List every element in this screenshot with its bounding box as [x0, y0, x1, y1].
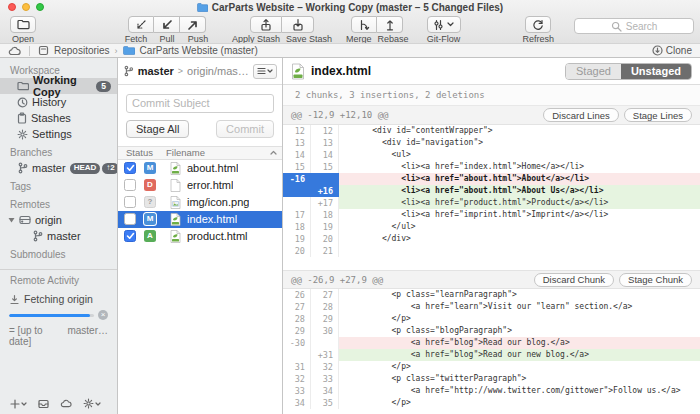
diff-line[interactable]: 1819 </ul> [283, 221, 700, 233]
html-file-icon [291, 63, 305, 80]
sidebar-item-stashes[interactable]: Stashes [0, 110, 117, 126]
cancel-fetch-button[interactable]: × [98, 310, 108, 320]
diff-line-code: <li><a href="index.html">Home</a></li> [339, 161, 700, 173]
stage-all-button[interactable]: Stage All [126, 120, 189, 138]
cloud-services-button[interactable] [60, 399, 72, 408]
file-row-index-html[interactable]: Mindex.html [118, 211, 282, 228]
old-line-number [283, 197, 311, 209]
diff-line[interactable]: 3132 </p> [283, 361, 700, 373]
new-line-number: 34 [311, 385, 339, 397]
old-line-number: 19 [283, 233, 311, 245]
save-stash-button[interactable] [282, 16, 314, 33]
clone-button[interactable]: Clone [652, 45, 692, 56]
chevron-down-icon [447, 22, 454, 27]
breadcrumb-repo[interactable]: CarParts Website (master) [140, 45, 258, 56]
upstream-branch[interactable]: origin/master [187, 65, 249, 77]
staged-segment[interactable]: Staged [566, 64, 621, 79]
merge-button[interactable] [351, 16, 377, 33]
fetch-progress-bar [9, 314, 94, 317]
file-row-img-icon-png[interactable]: ?img/icon.png [118, 194, 282, 211]
search-input[interactable]: Search [574, 18, 694, 34]
activity-label: Fetching origin [24, 293, 93, 305]
diff-line[interactable]: 2021 [283, 245, 700, 257]
submodules-header[interactable]: Submodules [0, 244, 117, 262]
zoom-window-button[interactable] [36, 3, 44, 11]
stage-checkbox[interactable] [124, 179, 136, 191]
stage-chunk-button[interactable]: Stage Chunk [619, 273, 692, 287]
rebase-button[interactable] [377, 16, 403, 33]
refresh-button[interactable] [525, 16, 551, 33]
new-line-number: 27 [311, 289, 339, 301]
add-button[interactable] [10, 399, 27, 409]
commit-subject-input[interactable] [126, 94, 274, 113]
sidebar-item-working-copy[interactable]: Working Copy5 [0, 78, 117, 94]
diff-line[interactable]: 2728 <a href="learn">Visit our "learn" s… [283, 301, 700, 313]
disclosure-triangle-icon[interactable] [8, 217, 15, 223]
diff-line-code: <div id="navigation"> [339, 137, 700, 149]
stage-checkbox[interactable] [124, 213, 136, 225]
file-row-error-html[interactable]: Derror.html [118, 177, 282, 194]
discard-chunk-button[interactable]: Discard Chunk [534, 273, 614, 287]
filename-column-header[interactable]: Filename [166, 147, 270, 158]
diff-line[interactable]: -16 <li><a href="about.html">About</a></… [283, 173, 700, 185]
cloud-icon[interactable] [8, 46, 21, 56]
toolbar-group-open: Open [10, 16, 36, 44]
app-window: CarParts Website – Working Copy (master … [0, 0, 700, 414]
diff-line[interactable]: 1414 <ul> [283, 149, 700, 161]
settings-menu-button[interactable] [83, 398, 101, 409]
sidebar-item-history[interactable]: History [0, 94, 117, 110]
hunk-header: @@ -26,9 +27,9 @@Discard ChunkStage Chun… [283, 270, 700, 289]
file-row-product-html[interactable]: Aproduct.html [118, 228, 282, 245]
toolbar-group-gitflow: Git-Flow [427, 16, 461, 44]
apply-stash-button[interactable] [250, 16, 282, 33]
diff-line[interactable]: 3233 <p class="twitterParagraph"> [283, 373, 700, 385]
diff-line[interactable]: 3334 <a href="http://www.twitter.com/git… [283, 385, 700, 397]
diff-line[interactable]: +31 <a href="blog">Read our new blog.</a… [283, 349, 700, 361]
diff-line[interactable]: 1212 <div id="contentWrapper"> [283, 125, 700, 137]
stash-tray-button[interactable] [38, 399, 49, 409]
diff-filename: index.html [311, 64, 371, 78]
diff-line[interactable]: 3435 </p> [283, 397, 700, 409]
stage-checkbox[interactable] [124, 230, 136, 242]
branch-label: master [32, 162, 66, 174]
diff-line[interactable]: 2930 <p class="blogParagraph"> [283, 325, 700, 337]
diff-line[interactable]: +17 <li><a href="product.html">Product</… [283, 197, 700, 209]
gitflow-button[interactable] [427, 16, 461, 33]
fetch-button[interactable] [128, 16, 154, 33]
current-branch[interactable]: master [138, 65, 174, 77]
stage-lines-button[interactable]: Stage Lines [624, 108, 692, 122]
sidebar-item-remote-origin[interactable]: origin [0, 212, 117, 228]
commit-button[interactable]: Commit [216, 120, 274, 138]
close-window-button[interactable] [8, 3, 16, 11]
unstaged-segment[interactable]: Unstaged [621, 64, 691, 79]
stage-checkbox[interactable] [124, 196, 136, 208]
old-line-number: 26 [283, 289, 311, 301]
diff-line[interactable]: 1313 <div id="navigation"> [283, 137, 700, 149]
diff-line[interactable]: 1515 <li><a href="index.html">Home</a></… [283, 161, 700, 173]
new-line-number: 15 [311, 161, 339, 173]
status-badge-untracked: ? [144, 196, 156, 208]
tags-header[interactable]: Tags [0, 176, 117, 194]
pull-button[interactable] [154, 16, 180, 33]
diff-line[interactable]: 2829 </p> [283, 313, 700, 325]
sidebar-item-branch-master[interactable]: master HEAD ↑2 [0, 160, 117, 176]
cloud-icon [60, 399, 72, 408]
discard-lines-button[interactable]: Discard Lines [543, 108, 619, 122]
file-row-about-html[interactable]: Mabout.html [118, 160, 282, 177]
minimize-window-button[interactable] [22, 3, 30, 11]
diff-line[interactable]: +16 <li><a href="about.html">About Us</a… [283, 185, 700, 197]
view-options-button[interactable] [253, 64, 277, 79]
push-button[interactable] [180, 16, 206, 33]
stage-checkbox[interactable] [124, 162, 136, 174]
open-button[interactable] [10, 16, 36, 33]
sidebar-item-remote-branch-master[interactable]: master [0, 228, 117, 244]
diff-line[interactable]: 1718 <li><a href="imprint.html">Imprint<… [283, 209, 700, 221]
diff-line[interactable]: 1920 </div> [283, 233, 700, 245]
diff-line[interactable]: 2627 <p class="learnParagraph"> [283, 289, 700, 301]
filename-label: index.html [187, 213, 237, 225]
diff-line-code: <p class="blogParagraph"> [339, 325, 700, 337]
diff-line[interactable]: -30 <a href="blog">Read our blog.</a> [283, 337, 700, 349]
breadcrumb-repositories[interactable]: Repositories [54, 45, 110, 56]
status-column-header[interactable]: Status [118, 147, 166, 158]
sidebar-item-settings[interactable]: Settings [0, 126, 117, 142]
